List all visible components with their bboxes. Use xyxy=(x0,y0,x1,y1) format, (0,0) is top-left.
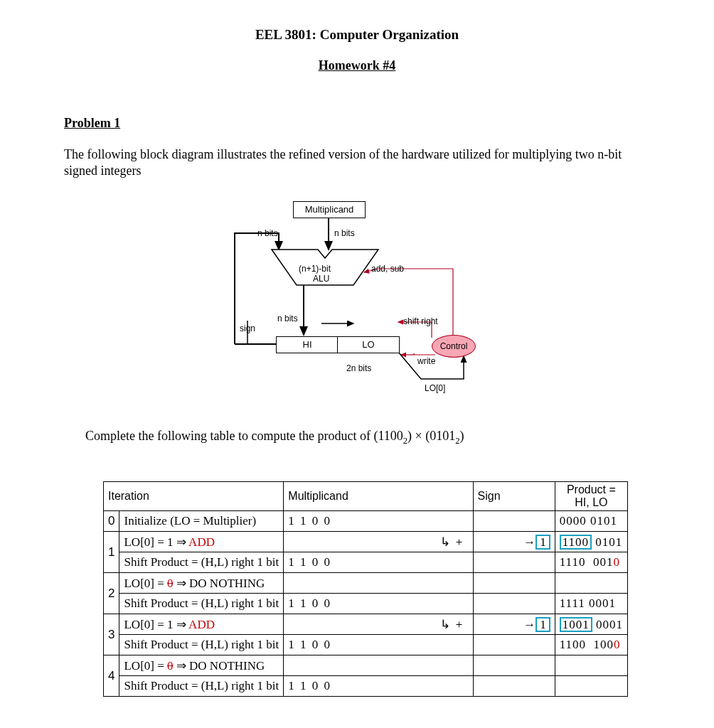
iteration-table: Iteration Multiplicand Sign Product = HI… xyxy=(103,481,628,697)
nbits-left-label: n bits xyxy=(257,228,278,238)
hi-register: HI xyxy=(276,336,339,353)
table-row: 1 LO[0] = 1 ⇒ ADD ↳ + →1 1100 0101 xyxy=(104,532,628,552)
table-row: 0 Initialize (LO = Multiplier) 1 1 0 0 0… xyxy=(104,511,628,532)
nbits-mid-label: n bits xyxy=(277,314,298,323)
problem-heading: Problem 1 xyxy=(64,116,650,131)
lo-register: LO xyxy=(337,336,400,353)
shift-right-label: shift right xyxy=(403,316,438,326)
block-diagram: Multiplicand n bits n bits (n+1)-bit ALU… xyxy=(208,201,506,407)
multiplicand-box: Multiplicand xyxy=(293,201,366,218)
problem-text: The following block diagram illustrates … xyxy=(64,146,650,180)
table-row: Shift Product = (H,L) right 1 bit 1 1 0 … xyxy=(104,635,628,655)
table-row: Shift Product = (H,L) right 1 bit 1 1 0 … xyxy=(104,676,628,697)
two-n-bits-label: 2n bits xyxy=(346,363,371,373)
table-row: 2 LO[0] = 0 ⇒ DO NOTHING xyxy=(104,573,628,594)
homework-title: Homework #4 xyxy=(64,58,650,73)
col-multiplicand: Multiplicand xyxy=(284,482,473,511)
instruction-text: Complete the following table to compute … xyxy=(85,429,650,446)
sign-label: sign xyxy=(240,323,255,333)
table-row: Shift Product = (H,L) right 1 bit 1 1 0 … xyxy=(104,552,628,573)
alu-top-label: (n+1)-bit xyxy=(299,264,331,274)
col-product: Product = HI, LO xyxy=(555,482,627,511)
alu-bottom-label: ALU xyxy=(313,274,329,284)
nbits-right-label: n bits xyxy=(334,228,355,238)
table-row: 4 LO[0] = 0 ⇒ DO NOTHING xyxy=(104,655,628,676)
control-box: Control xyxy=(432,335,476,358)
lo0-label: LO[0] xyxy=(425,383,445,393)
add-sub-label: add, sub xyxy=(371,264,404,274)
col-iteration: Iteration xyxy=(104,482,284,511)
table-row: 3 LO[0] = 1 ⇒ ADD ↳ + →1 1001 0001 xyxy=(104,614,628,635)
col-sign: Sign xyxy=(473,482,555,511)
table-row: Shift Product = (H,L) right 1 bit 1 1 0 … xyxy=(104,594,628,614)
write-label: write xyxy=(417,356,435,366)
diagram-wires xyxy=(208,201,506,407)
course-title: EEL 3801: Computer Organization xyxy=(64,27,650,43)
